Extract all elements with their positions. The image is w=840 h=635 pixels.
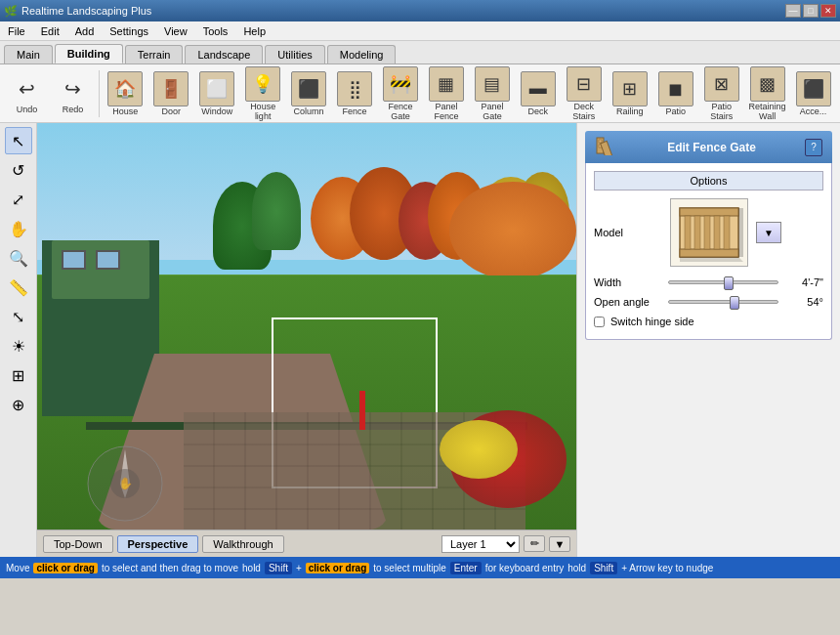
svg-rect-12 xyxy=(694,216,700,249)
topdown-view-button[interactable]: Top-Down xyxy=(43,535,113,553)
toolbar-window[interactable]: ⬜Window xyxy=(194,69,240,118)
door-icon: 🚪 xyxy=(153,71,189,106)
toolbar-column[interactable]: ⬛Column xyxy=(286,69,332,118)
toolbar-patio[interactable]: ◼Patio xyxy=(652,69,698,118)
svg-rect-5 xyxy=(599,140,602,143)
tabbar: MainBuildingTerrainLandscapeUtilitiesMod… xyxy=(0,41,840,64)
panelfence-label: Panel Fence xyxy=(425,102,467,121)
canvas-bottom-bar: Top-Down Perspective Walkthrough Layer 1… xyxy=(37,529,576,557)
panel-title: Edit Fence Gate ? xyxy=(585,131,832,163)
house-label: House xyxy=(112,106,138,116)
toolbar-undo[interactable]: ↩Undo xyxy=(4,71,50,116)
open-angle-slider[interactable] xyxy=(668,300,778,304)
toolbar-redo[interactable]: ↪Redo xyxy=(50,71,96,116)
maximize-button[interactable]: □ xyxy=(803,4,819,18)
left-tool-light-tool[interactable]: ☀ xyxy=(5,332,32,360)
titlebar-left: 🌿 Realtime Landscaping Plus xyxy=(4,5,151,18)
toolbar-railing[interactable]: ⊞Railing xyxy=(607,69,652,118)
right-panel: Edit Fence Gate ? Options Model xyxy=(576,123,840,557)
toolbar-deck[interactable]: ▬Deck xyxy=(515,69,561,118)
column-label: Column xyxy=(294,106,324,116)
status-arrow-key: + Arrow key to nudge xyxy=(621,563,713,573)
menu-item-help[interactable]: Help xyxy=(235,23,273,39)
status-hold: hold xyxy=(242,563,261,573)
left-tool-select-tool[interactable]: ↖ xyxy=(5,127,32,154)
left-tool-resize-tool[interactable]: ⤢ xyxy=(5,186,32,213)
left-tool-expand-tool[interactable]: ⤡ xyxy=(5,303,32,330)
fence-icon: ⣿ xyxy=(337,71,372,106)
switch-hinge-checkbox[interactable] xyxy=(594,317,605,327)
toolbar-fencegate[interactable]: 🚧Fence Gate xyxy=(378,64,424,123)
toolbar-deckstairs[interactable]: ⊟Deck Stairs xyxy=(561,64,607,123)
minimize-button[interactable]: — xyxy=(785,4,801,18)
layer-select[interactable]: Layer 1 xyxy=(441,535,520,553)
model-label: Model xyxy=(594,227,662,238)
open-angle-row: Open angle 54° xyxy=(594,296,823,308)
railing-icon: ⊞ xyxy=(612,71,648,106)
accessories-label: Acce... xyxy=(800,106,827,116)
deck-label: Deck xyxy=(528,106,549,116)
undo-icon: ↩ xyxy=(11,73,42,105)
railing-label: Railing xyxy=(616,106,644,116)
toolbar-patiostairs[interactable]: ⊠Patio Stairs xyxy=(698,64,744,123)
tab-landscape[interactable]: Landscape xyxy=(185,45,263,64)
left-tool-pan-tool[interactable]: ✋ xyxy=(5,215,32,242)
walkthrough-view-button[interactable]: Walkthrough xyxy=(202,535,283,553)
status-hold2: hold xyxy=(567,563,586,573)
tab-terrain[interactable]: Terrain xyxy=(125,45,184,64)
canvas-area[interactable]: ✋ Top-Down Perspective Walkthrough Layer… xyxy=(37,123,576,557)
toolbar-sep xyxy=(99,70,100,117)
menu-item-edit[interactable]: Edit xyxy=(33,23,67,39)
toolbar-panelgate[interactable]: ▤Panel Gate xyxy=(469,64,515,123)
panel-title-text: Edit Fence Gate xyxy=(667,141,756,154)
menu-item-settings[interactable]: Settings xyxy=(102,23,156,39)
status-to-select: to select and then drag to move xyxy=(102,563,238,573)
deckstairs-icon: ⊟ xyxy=(567,66,602,102)
toolbar-house[interactable]: 🏠House xyxy=(103,69,148,118)
toolbar-panelfence[interactable]: ▦Panel Fence xyxy=(423,64,469,123)
menu-item-view[interactable]: View xyxy=(156,23,195,39)
layer-edit-button[interactable]: ✏ xyxy=(524,535,545,552)
svg-rect-9 xyxy=(680,208,738,216)
svg-rect-15 xyxy=(724,216,730,249)
toolbar-door[interactable]: 🚪Door xyxy=(148,69,194,118)
svg-rect-10 xyxy=(680,249,738,257)
model-dropdown-button[interactable]: ▼ xyxy=(756,222,781,243)
left-tool-grid-tool[interactable]: ⊞ xyxy=(5,361,32,389)
width-row: Width 4'-7" xyxy=(594,276,823,288)
options-tab[interactable]: Options xyxy=(594,171,823,190)
toolbar-fence[interactable]: ⣿Fence xyxy=(332,69,378,118)
menu-item-file[interactable]: File xyxy=(0,23,33,39)
svg-rect-14 xyxy=(714,216,720,249)
patiostairs-icon: ⊠ xyxy=(704,66,739,102)
open-angle-value: 54° xyxy=(784,296,823,308)
menubar: FileEditAddSettingsViewToolsHelp xyxy=(0,21,840,41)
toolbar-houselight[interactable]: 💡House light xyxy=(240,64,286,123)
svg-marker-16 xyxy=(738,208,743,257)
close-button[interactable]: ✕ xyxy=(820,4,836,18)
help-button[interactable]: ? xyxy=(805,139,822,156)
layer-dropdown-button[interactable]: ▼ xyxy=(549,536,570,552)
svg-rect-11 xyxy=(685,216,691,249)
width-slider[interactable] xyxy=(668,280,778,284)
tab-modeling[interactable]: Modeling xyxy=(327,45,397,64)
left-tool-rotate-tool[interactable]: ↺ xyxy=(5,156,32,184)
menu-item-tools[interactable]: Tools xyxy=(195,23,236,39)
toolbar-retainingwall[interactable]: ▩Retaining Wall xyxy=(744,64,790,123)
tab-building[interactable]: Building xyxy=(55,44,123,64)
status-click-drag: click or drag xyxy=(33,563,97,573)
left-tool-snap-tool[interactable]: ⊕ xyxy=(5,391,32,418)
open-angle-label: Open angle xyxy=(594,296,662,308)
tab-utilities[interactable]: Utilities xyxy=(265,45,324,64)
window-icon: ⬜ xyxy=(199,71,234,106)
switch-hinge-label: Switch hinge side xyxy=(610,316,694,327)
deckstairs-label: Deck Stairs xyxy=(563,102,605,121)
left-tool-zoom-tool[interactable]: 🔍 xyxy=(5,244,32,272)
toolbar-accessories[interactable]: ⬛Acce... xyxy=(790,69,836,118)
retainingwall-icon: ▩ xyxy=(750,66,785,102)
perspective-view-button[interactable]: Perspective xyxy=(117,535,199,553)
left-tool-measure-tool[interactable]: 📏 xyxy=(5,274,32,301)
tab-main[interactable]: Main xyxy=(4,45,53,64)
menu-item-add[interactable]: Add xyxy=(67,23,103,39)
svg-text:✋: ✋ xyxy=(118,476,133,490)
